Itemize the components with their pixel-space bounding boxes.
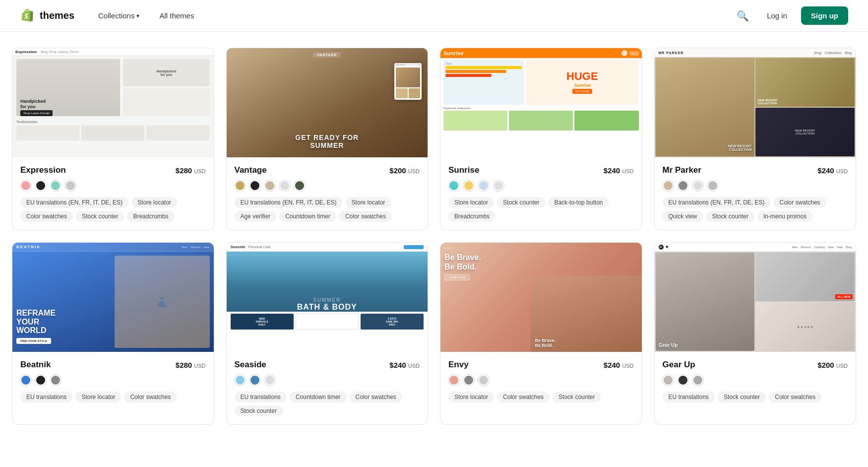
color-swatch[interactable]: [50, 180, 61, 191]
theme-tag[interactable]: EU translations (EN, FR, IT, DE, ES): [235, 197, 343, 208]
color-swatch[interactable]: [20, 375, 31, 386]
color-swatch[interactable]: [692, 375, 703, 386]
theme-price: $280 USD: [176, 361, 206, 369]
theme-tag[interactable]: Breadcrumbs: [127, 211, 174, 222]
theme-card-mrparker[interactable]: MR PARKER ShopCollectionsBlog NEW RESORT…: [654, 48, 857, 230]
theme-card-beatnik[interactable]: BEATNIK MenWomenNew REFRAMEYOURWORLD FIN…: [12, 242, 214, 425]
theme-tag[interactable]: Stock counter: [718, 392, 766, 402]
color-swatch[interactable]: [50, 375, 61, 386]
theme-card-envy[interactable]: ENVY Be Brave.Be Bold. SHOP NOW Be Brave…: [440, 242, 642, 425]
theme-tag[interactable]: Stock counter: [76, 211, 124, 222]
color-swatch[interactable]: [478, 180, 489, 191]
theme-price: $280 USD: [176, 166, 206, 175]
logo-text: themes: [40, 10, 74, 21]
color-swatch[interactable]: [663, 180, 674, 191]
theme-tag[interactable]: Age verifier: [235, 211, 277, 222]
color-swatch[interactable]: [20, 180, 31, 191]
price-amount: $280: [176, 361, 192, 369]
color-swatch[interactable]: [235, 180, 246, 191]
theme-price: $240 USD: [389, 361, 420, 369]
theme-tag[interactable]: Store locator: [448, 197, 494, 208]
price-amount: $200: [817, 361, 834, 369]
shopify-logo-icon: [20, 8, 36, 24]
theme-tag[interactable]: Breadcrumbs: [448, 211, 496, 222]
color-swatch[interactable]: [35, 180, 46, 191]
price-amount: $200: [389, 166, 406, 175]
color-swatch[interactable]: [463, 180, 474, 191]
theme-tag[interactable]: Stock counter: [553, 392, 601, 402]
color-swatch[interactable]: [279, 180, 290, 191]
color-swatch[interactable]: [264, 375, 275, 386]
color-swatch[interactable]: [448, 180, 459, 191]
price-amount: $280: [176, 166, 192, 175]
theme-tag[interactable]: EU translations (EN, FR, IT, DE, ES): [663, 197, 771, 208]
theme-tag[interactable]: Store locator: [448, 392, 494, 402]
color-swatches-row: [448, 375, 634, 386]
theme-tag[interactable]: Stock counter: [497, 197, 545, 208]
theme-tag[interactable]: Color swatches: [124, 392, 177, 402]
theme-card-sunrise[interactable]: Sunrise 3 ☆ Tags: [440, 48, 642, 230]
signup-button[interactable]: Sign up: [801, 6, 848, 25]
color-swatch[interactable]: [493, 180, 504, 191]
price-currency: USD: [835, 168, 848, 174]
theme-card-vantage[interactable]: VANTAGE GET READY FORSUMMER VANTAGE≡ Van…: [226, 48, 429, 230]
nav-all-themes[interactable]: All themes: [151, 7, 202, 24]
theme-tag[interactable]: EU translations: [235, 392, 287, 402]
site-logo[interactable]: themes: [20, 8, 74, 24]
theme-tag[interactable]: Color swatches: [339, 211, 392, 222]
color-swatch[interactable]: [678, 180, 688, 191]
color-swatch[interactable]: [249, 375, 260, 386]
tags-row: EU translationsStock counterColor swatch…: [663, 392, 848, 402]
theme-tag[interactable]: Stock counter: [235, 405, 283, 416]
theme-card-gearup[interactable]: R★ MenWomenClothingNewSaleBlog Gear Up A…: [654, 242, 857, 425]
color-swatch[interactable]: [707, 180, 718, 191]
tags-row: Store locatorStock counterBack-to-top bu…: [448, 197, 634, 222]
theme-tag[interactable]: Back-to-top button: [548, 197, 609, 208]
theme-tag[interactable]: Color swatches: [20, 211, 73, 222]
theme-tag[interactable]: Stock counter: [706, 211, 754, 222]
color-swatch[interactable]: [478, 375, 489, 386]
theme-tag[interactable]: EU translations: [663, 392, 715, 402]
theme-tag[interactable]: In-menu promos: [757, 211, 812, 222]
theme-tag[interactable]: Store locator: [346, 197, 391, 208]
color-swatch[interactable]: [65, 180, 76, 191]
tags-row: EU translations (EN, FR, IT, DE, ES)Colo…: [663, 197, 848, 222]
header-actions: 🔍 Log in Sign up: [733, 6, 848, 26]
color-swatches-row: [663, 375, 848, 386]
tags-row: EU translations (EN, FR, IT, DE, ES)Stor…: [235, 197, 420, 222]
theme-tag[interactable]: Color swatches: [769, 392, 821, 402]
theme-tag[interactable]: EU translations: [20, 392, 72, 402]
color-swatch[interactable]: [35, 375, 46, 386]
theme-tag[interactable]: Quick view: [663, 211, 703, 222]
theme-tag[interactable]: Color swatches: [774, 197, 826, 208]
theme-tag[interactable]: Countdown timer: [279, 211, 336, 222]
login-button[interactable]: Log in: [761, 7, 793, 24]
theme-tag[interactable]: Color swatches: [350, 392, 402, 402]
color-swatch[interactable]: [678, 375, 688, 386]
theme-tag[interactable]: Store locator: [131, 197, 177, 208]
theme-price: $240 USD: [604, 361, 634, 369]
theme-card-seaside[interactable]: Seaside Personal Care SUMMER BATH & BODY…: [226, 242, 429, 425]
themes-grid: Expression Blog Shop Gallery Demo Handpi…: [12, 48, 856, 425]
color-swatch[interactable]: [294, 180, 305, 191]
theme-card-expression[interactable]: Expression Blog Shop Gallery Demo Handpi…: [12, 48, 214, 230]
theme-name: Mr Parker: [663, 165, 701, 175]
color-swatch[interactable]: [249, 180, 260, 191]
search-button[interactable]: 🔍: [733, 6, 753, 26]
theme-preview-beatnik: BEATNIK MenWomenNew REFRAMEYOURWORLD FIN…: [12, 243, 214, 352]
color-swatch[interactable]: [264, 180, 275, 191]
color-swatch[interactable]: [663, 375, 674, 386]
theme-tag[interactable]: Countdown timer: [290, 392, 347, 402]
color-swatches-row: [448, 180, 634, 191]
nav-collections[interactable]: Collections ▾: [90, 7, 147, 24]
color-swatches-row: [235, 180, 420, 191]
price-amount: $240: [604, 361, 620, 369]
color-swatch[interactable]: [692, 180, 703, 191]
color-swatch[interactable]: [235, 375, 246, 386]
theme-tag[interactable]: EU translations (EN, FR, IT, DE, ES): [20, 197, 128, 208]
tags-row: EU translationsStore locatorColor swatch…: [20, 392, 206, 402]
color-swatch[interactable]: [448, 375, 459, 386]
theme-tag[interactable]: Color swatches: [497, 392, 550, 402]
theme-tag[interactable]: Store locator: [75, 392, 121, 402]
color-swatch[interactable]: [463, 375, 474, 386]
